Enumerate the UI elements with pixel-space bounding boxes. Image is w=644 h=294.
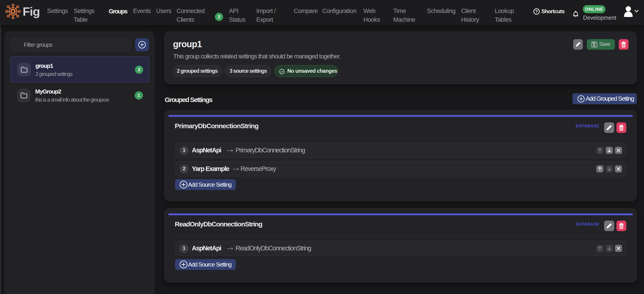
svg-text:?: ? — [535, 9, 538, 14]
